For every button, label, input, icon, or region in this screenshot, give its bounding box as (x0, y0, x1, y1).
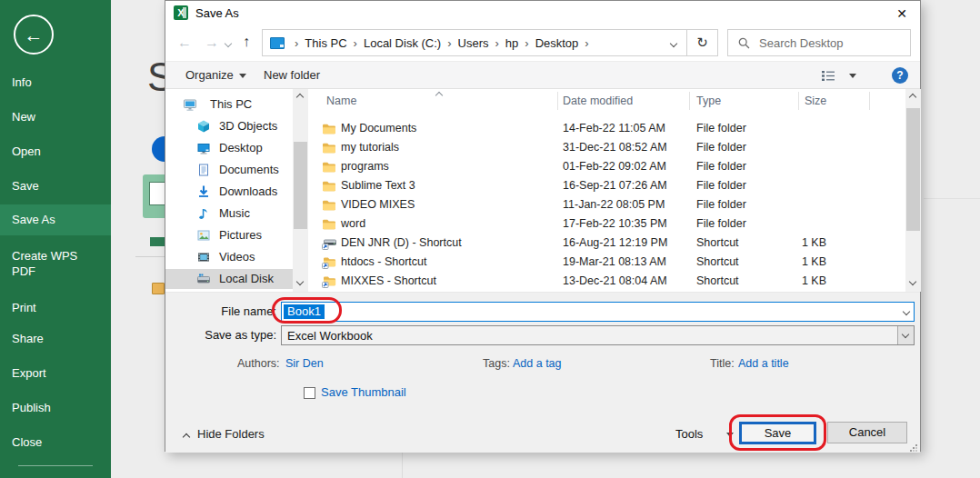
address-bar[interactable]: › This PC › Local Disk (C:) › Users › hp… (262, 29, 687, 56)
refresh-icon[interactable]: ↻ (687, 29, 718, 56)
authors-label: Authors: (237, 357, 280, 370)
breadcrumb-separator[interactable]: › (354, 36, 357, 50)
breadcrumb-separator[interactable]: › (525, 36, 528, 50)
search-box[interactable] (727, 29, 911, 56)
file-row[interactable]: MIXXES - Shortcut13-Dec-21 08:04 AMShort… (308, 272, 905, 291)
authors-value[interactable]: Sir Den (285, 357, 324, 370)
tree-item-desktop[interactable]: Desktop (165, 138, 293, 158)
breadcrumb-separator[interactable]: › (495, 36, 498, 50)
3d-objects-icon (196, 119, 211, 140)
tools-button[interactable]: Tools (675, 427, 734, 441)
dialog-lower-pane: File name: Book1 Save as type: Excel Wor… (165, 292, 920, 453)
file-name-value[interactable]: Book1 (284, 304, 325, 319)
resize-grip[interactable] (909, 443, 917, 452)
tree-item-local-disk-c[interactable]: Local Disk (C:) (165, 269, 293, 289)
file-name-label: File name: (165, 304, 276, 318)
breadcrumb-hp[interactable]: hp (505, 36, 518, 50)
add-a-tag-link[interactable]: Add a tag (513, 357, 562, 370)
breadcrumb-desktop[interactable]: Desktop (535, 36, 579, 50)
nav-up-icon[interactable]: ↑ (243, 34, 250, 50)
file-name-dropdown-chevron-icon[interactable] (903, 308, 910, 315)
views-icon[interactable] (822, 70, 835, 85)
breadcrumb-this-pc[interactable]: This PC (305, 36, 346, 50)
breadcrumb-local-disk-c[interactable]: Local Disk (C:) (364, 36, 441, 50)
file-name-input[interactable]: Book1 (281, 302, 915, 322)
desktop-location-icon (270, 37, 285, 49)
save-thumbnail-checkbox[interactable] (304, 387, 315, 399)
folder-icon (322, 160, 336, 176)
sidebar-item-save[interactable]: Save (0, 173, 111, 200)
tree-item-music[interactable]: Music (165, 204, 293, 224)
this-pc-icon (183, 97, 197, 118)
tree-scrollbar[interactable] (293, 89, 308, 292)
sidebar-item-open[interactable]: Open (0, 138, 111, 165)
hide-folders-button[interactable]: Hide Folders (184, 427, 265, 441)
scroll-down-icon[interactable] (296, 278, 304, 285)
save-as-dialog: X Save As ✕ ← → ↑ › This PC › Local Disk… (165, 0, 921, 452)
sidebar-item-create-wps-pdf[interactable]: Create WPS PDF (0, 242, 111, 285)
scroll-up-icon[interactable] (296, 94, 304, 101)
file-row[interactable]: My Documents14-Feb-22 11:05 AMFile folde… (308, 119, 905, 138)
save-button[interactable]: Save (739, 422, 816, 444)
column-header-size[interactable]: Size (805, 95, 826, 107)
back-arrow-icon[interactable]: ← (14, 15, 54, 55)
breadcrumb-separator: › (585, 36, 588, 50)
pictures-icon (196, 228, 211, 249)
tree-item-downloads[interactable]: Downloads (165, 182, 293, 202)
organize-caret-icon (239, 74, 246, 78)
nav-back-icon[interactable]: ← (177, 35, 192, 51)
file-row[interactable]: htdocs - Shortcut19-Mar-21 08:13 AMShort… (308, 253, 905, 272)
tags-label: Tags: (483, 357, 510, 370)
file-row[interactable]: DEN JNR (D) - Shortcut16-Aug-21 12:19 PM… (308, 234, 905, 253)
file-row[interactable]: programs01-Feb-22 09:02 AMFile folder (308, 157, 905, 176)
file-row[interactable]: word17-Feb-22 10:35 PMFile folder (308, 214, 905, 234)
tree-item-videos[interactable]: Videos (165, 247, 293, 267)
dialog-titlebar[interactable]: X Save As ✕ (165, 1, 920, 25)
sidebar-item-save-as[interactable]: Save As (0, 204, 111, 235)
file-list-scrollbar-thumb[interactable] (906, 108, 920, 231)
backstage-line-bottom (402, 453, 403, 478)
file-list-scrollbar[interactable] (905, 89, 921, 292)
column-header-type[interactable]: Type (696, 95, 721, 107)
column-header-name[interactable]: Name (326, 95, 356, 107)
sidebar-item-new[interactable]: New (0, 104, 111, 131)
file-row[interactable]: VIDEO MIXES11-Jan-22 08:05 PMFile folder (308, 195, 905, 214)
chevron-up-icon (183, 433, 190, 441)
save-as-type-label: Save as type: (165, 328, 276, 342)
scroll-down-icon[interactable] (909, 278, 916, 285)
tree-item-this-pc[interactable]: This PC (165, 95, 293, 115)
sort-ascending-icon (435, 92, 443, 99)
cancel-button[interactable]: Cancel (827, 422, 907, 443)
sidebar-item-export[interactable]: Export (0, 360, 111, 387)
help-icon[interactable]: ? (892, 67, 908, 84)
address-dropdown-chevron-icon[interactable] (670, 40, 677, 47)
tree-item-3d-objects[interactable]: 3D Objects (165, 116, 293, 136)
file-row[interactable]: Sublime Text 316-Sep-21 07:26 AMFile fol… (308, 176, 905, 195)
nav-forward-icon[interactable]: → (205, 35, 219, 51)
sidebar-item-publish[interactable]: Publish (0, 394, 111, 422)
breadcrumb-separator: › (295, 36, 298, 50)
videos-icon (196, 250, 211, 271)
search-input[interactable] (759, 33, 905, 53)
save-as-type-select[interactable]: Excel Workbook (281, 325, 915, 345)
scroll-up-icon[interactable] (909, 94, 916, 101)
tree-item-pictures[interactable]: Pictures (165, 225, 293, 245)
organize-button[interactable]: Organize (185, 68, 246, 82)
add-a-title-link[interactable]: Add a title (738, 357, 789, 370)
close-icon[interactable]: ✕ (892, 4, 912, 24)
views-caret-icon[interactable] (849, 74, 856, 78)
tree-item-documents[interactable]: Documents (165, 160, 293, 180)
sidebar-item-print[interactable]: Print (0, 294, 111, 322)
sidebar-item-close[interactable]: Close (0, 429, 111, 456)
nav-history-chevron-icon[interactable] (225, 40, 232, 47)
column-header-date-modified[interactable]: Date modified (563, 95, 633, 107)
tree-scrollbar-thumb[interactable] (294, 142, 307, 229)
sidebar-item-share[interactable]: Share (0, 325, 111, 353)
save-thumbnail-label[interactable]: Save Thumbnail (321, 385, 406, 399)
breadcrumb-separator[interactable]: › (447, 36, 451, 50)
file-row[interactable]: my tutorials31-Dec-21 08:52 AMFile folde… (308, 138, 905, 157)
breadcrumb-users[interactable]: Users (458, 36, 489, 50)
new-folder-button[interactable]: New folder (264, 68, 320, 82)
sidebar-item-info[interactable]: Info (0, 69, 111, 96)
save-as-type-dropdown-button[interactable] (897, 326, 914, 344)
